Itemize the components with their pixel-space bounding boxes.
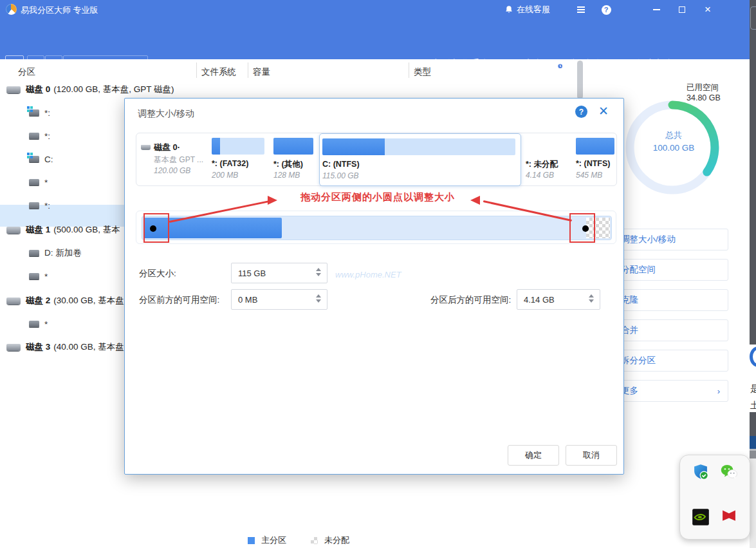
legend-unallocated-label: 未分配	[324, 534, 349, 546]
title-bar: 易我分区大师 专业版 在线客服 ? ×	[0, 0, 750, 19]
clone-icon	[508, 59, 519, 70]
refresh-icon	[10, 60, 19, 70]
list-scrollbar[interactable]	[577, 61, 583, 99]
partition-cell-c-selected[interactable]: C: (NTFS) 115.00 GB	[319, 133, 521, 186]
primary-partition-swatch	[248, 537, 255, 544]
background-fragment	[750, 6, 756, 30]
bootable-disk-icon	[621, 59, 631, 69]
partition-icon	[29, 321, 39, 327]
chevron-down-icon	[730, 61, 737, 66]
play-icon	[70, 61, 76, 68]
minimize-icon[interactable]	[645, 0, 667, 19]
partition-cell-fat32[interactable]: *: (FAT32) 200 MB	[209, 135, 268, 184]
dialog-close-icon[interactable]: ✕	[596, 104, 611, 118]
menu-icon[interactable]	[570, 0, 592, 19]
space-after-label: 分区后方的可用空间:	[430, 294, 511, 306]
annotation-box-left-handle	[143, 213, 169, 243]
maximize-icon[interactable]	[671, 0, 693, 19]
execute-operations-button[interactable]: 没有待执行操作	[63, 55, 148, 73]
system-tray-popup	[679, 455, 750, 540]
migrate-os-icon	[418, 58, 430, 70]
tools-button[interactable]: 工具	[692, 58, 737, 70]
online-service-label: 在线客服	[517, 4, 550, 15]
partition-icon	[29, 179, 39, 185]
chevron-right-icon: ›	[717, 386, 720, 396]
slider-track[interactable]	[142, 216, 612, 240]
clone-label: 克隆	[524, 58, 542, 70]
tools-icon	[692, 59, 703, 70]
partition-icon	[29, 273, 39, 279]
disk-icon	[6, 86, 21, 93]
toolbar: 没有待执行操作 迁移操作系统 克隆 分区恢复	[0, 19, 750, 59]
partition-icon	[29, 202, 39, 209]
cancel-button[interactable]: 取消	[566, 445, 617, 466]
nvidia-icon[interactable]	[692, 508, 710, 526]
partition-cell-unallocated[interactable]: *: 未分配 4.14 GB	[523, 135, 571, 184]
partition-recovery-icon	[552, 58, 564, 70]
partition-icon	[29, 250, 39, 256]
wechat-icon[interactable]	[720, 463, 738, 481]
spinner-icon[interactable]	[316, 294, 321, 303]
app-title: 易我分区大师 专业版	[21, 5, 98, 16]
redo-button[interactable]	[45, 55, 62, 73]
background-block	[750, 436, 756, 449]
resize-move-dialog: 调整大小/移动 ? ✕ 磁盘 0· 基本盘 GPT ... 120.00 GB …	[124, 98, 624, 475]
background-window-sliver: 是 土	[750, 0, 756, 548]
dialog-title: 调整大小/移动	[138, 108, 194, 120]
undo-icon	[31, 60, 41, 70]
column-capacity: 容量	[253, 66, 270, 78]
legend: 主分区 未分配	[248, 534, 349, 546]
mcafee-icon[interactable]	[720, 508, 738, 526]
online-service-button[interactable]: 在线客服	[504, 0, 550, 19]
undo-button[interactable]	[27, 55, 44, 73]
donut-center-label: 总共 100.00 GB	[635, 130, 712, 153]
ok-button[interactable]: 确定	[508, 445, 559, 466]
background-text-fragment: 是	[750, 383, 756, 395]
tools-label: 工具	[707, 58, 725, 70]
help-icon[interactable]: ?	[595, 0, 617, 19]
disk-info-cell: 磁盘 0· 基本盘 GPT ... 120.00 GB	[138, 135, 199, 184]
clone-button[interactable]: 克隆	[508, 58, 542, 70]
partition-size-label: 分区大小:	[139, 268, 176, 279]
partition-cell-ntfs[interactable]: *: (NTFS) 545 MB	[573, 135, 616, 184]
bootable-disk-label: 创建启动盘	[636, 58, 681, 70]
disk-overview-strip: 磁盘 0· 基本盘 GPT ... 120.00 GB *: (FAT32) 2…	[136, 133, 617, 186]
app-window: 易我分区大师 专业版 在线客服 ? ×	[0, 0, 750, 548]
desktop: 是 土 易我分区大师 专业版 在线客服 ?	[0, 0, 756, 548]
annotation-arrowhead-right	[470, 196, 480, 205]
partition-icon	[29, 156, 39, 162]
spinner-icon[interactable]	[589, 294, 594, 303]
disk-icon	[6, 227, 21, 234]
watermark: www.pHome.NET	[335, 270, 401, 279]
close-icon[interactable]: ×	[697, 0, 719, 19]
redo-icon	[49, 60, 59, 70]
migrate-os-button[interactable]: 迁移操作系统	[418, 58, 488, 70]
bootable-disk-button[interactable]: 创建启动盘	[621, 58, 681, 70]
refresh-button[interactable]	[5, 55, 24, 73]
legend-primary-label: 主分区	[261, 534, 286, 546]
app-logo-icon	[6, 4, 17, 15]
column-filesystem: 文件系统	[201, 66, 236, 78]
dialog-help-icon[interactable]: ?	[575, 106, 587, 118]
partition-icon	[29, 133, 39, 139]
migrate-os-label: 迁移操作系统	[434, 58, 488, 70]
annotation-box-right-handle	[569, 213, 595, 243]
unallocated-swatch	[311, 537, 318, 544]
partition-size-input[interactable]: 115 GB	[231, 263, 327, 283]
background-text-fragment: 土	[750, 400, 756, 411]
space-after-input[interactable]: 4.14 GB	[517, 289, 600, 310]
defender-icon[interactable]	[692, 463, 710, 481]
partition-cell-other[interactable]: *: (其他) 128 MB	[271, 135, 316, 184]
disk-icon	[6, 344, 21, 351]
pending-operations-label: 没有待执行操作	[81, 59, 140, 70]
spinner-icon[interactable]	[316, 268, 321, 276]
disk-icon	[6, 298, 21, 305]
partition-recovery-label: 分区恢复	[568, 58, 604, 70]
space-before-input[interactable]: 0 MB	[231, 289, 327, 310]
drag-hint-annotation: 拖动分区两侧的小圆点以调整大小	[286, 191, 470, 203]
bell-icon	[504, 5, 513, 14]
space-before-label: 分区前方的可用空间:	[139, 294, 219, 306]
disk-icon	[141, 145, 151, 150]
partition-icon	[29, 109, 39, 116]
tree-row-disk0[interactable]: 磁盘 0 (120.00 GB, 基本盘, GPT 磁盘)	[0, 80, 581, 99]
